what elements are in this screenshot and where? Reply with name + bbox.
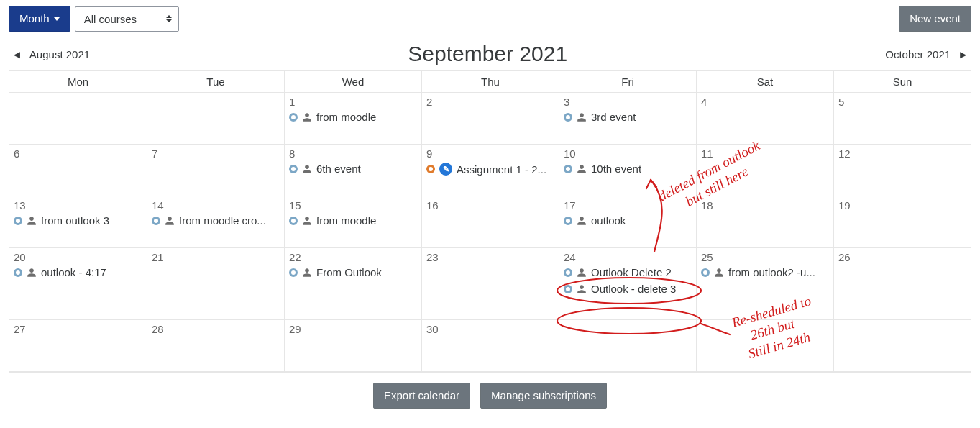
calendar-event[interactable]: 6th event bbox=[289, 163, 417, 175]
date-number: 6 bbox=[14, 147, 142, 160]
calendar-cell[interactable]: 28 bbox=[147, 320, 284, 372]
chevron-right-icon: ► bbox=[958, 48, 968, 60]
day-header: Fri bbox=[559, 70, 696, 93]
calendar-cell[interactable]: 17outlook bbox=[559, 196, 696, 248]
calendar-event[interactable]: 10th event bbox=[564, 163, 692, 175]
event-label: outlook - 4:17 bbox=[41, 266, 106, 278]
date-number: 11 bbox=[701, 147, 829, 160]
user-icon bbox=[577, 216, 587, 226]
day-header: Sat bbox=[696, 70, 833, 93]
new-event-button[interactable]: New event bbox=[899, 6, 971, 32]
calendar-event[interactable]: from outlook 3 bbox=[14, 214, 142, 227]
view-selector-label: Month bbox=[19, 12, 50, 25]
calendar-event[interactable]: ✎Assignment 1 - 2... bbox=[426, 163, 554, 176]
date-number: 2 bbox=[426, 96, 554, 108]
calendar-cell[interactable]: 9✎Assignment 1 - 2... bbox=[421, 145, 559, 196]
event-category-icon bbox=[701, 268, 710, 277]
event-label: 10th event bbox=[591, 163, 641, 175]
calendar-cell[interactable]: 22From Outlook bbox=[284, 248, 421, 320]
calendar-cell[interactable]: 30 bbox=[421, 320, 559, 372]
calendar-cell[interactable]: 5 bbox=[833, 93, 971, 145]
calendar-cell[interactable] bbox=[147, 93, 284, 145]
next-month-link[interactable]: October 2021 ► bbox=[885, 48, 968, 60]
calendar-event[interactable]: outlook - 4:17 bbox=[14, 266, 142, 278]
event-label: 6th event bbox=[316, 163, 361, 175]
calendar-cell[interactable]: 16 bbox=[421, 196, 559, 248]
event-category-icon bbox=[14, 268, 22, 277]
calendar-cell[interactable]: 14from moodle cro... bbox=[147, 196, 284, 248]
calendar-cell[interactable]: 26 bbox=[833, 248, 971, 320]
user-icon bbox=[165, 216, 175, 226]
event-category-icon bbox=[289, 268, 298, 277]
calendar-event[interactable]: from moodle cro... bbox=[152, 214, 280, 227]
course-filter-select[interactable]: All courses bbox=[75, 6, 179, 32]
calendar-cell[interactable]: 24Outlook Delete 2Outlook - delete 3 bbox=[559, 248, 696, 320]
calendar-cell[interactable]: 29 bbox=[284, 320, 421, 372]
top-controls: Month All courses New event bbox=[9, 6, 971, 32]
calendar-cell[interactable]: 11 bbox=[696, 145, 833, 196]
calendar-cell[interactable] bbox=[696, 320, 833, 372]
user-icon bbox=[577, 164, 587, 174]
calendar-cell[interactable]: 21 bbox=[147, 248, 284, 320]
event-category-icon bbox=[426, 165, 435, 173]
calendar-event[interactable]: 3rd event bbox=[564, 111, 692, 123]
calendar-cell[interactable]: 1from moodle bbox=[284, 93, 421, 145]
calendar-title: September 2021 bbox=[408, 42, 567, 66]
calendar-cell[interactable]: 20outlook - 4:17 bbox=[9, 248, 147, 320]
calendar-cell[interactable]: 4 bbox=[696, 93, 833, 145]
calendar-cell[interactable]: 25from outlook2 -u... bbox=[696, 248, 833, 320]
calendar-event[interactable]: Outlook Delete 2 bbox=[564, 266, 692, 278]
calendar-cell[interactable] bbox=[559, 320, 696, 372]
event-category-icon bbox=[289, 217, 298, 225]
calendar-cell[interactable] bbox=[833, 320, 971, 372]
export-calendar-label: Export calendar bbox=[384, 389, 459, 402]
calendar-event[interactable]: from outlook2 -u... bbox=[701, 266, 829, 278]
course-filter-wrap: All courses bbox=[75, 6, 179, 32]
date-number: 19 bbox=[838, 199, 966, 211]
calendar-cell[interactable]: 18 bbox=[696, 196, 833, 248]
date-number: 4 bbox=[701, 96, 829, 108]
calendar-cell[interactable]: 15from moodle bbox=[284, 196, 421, 248]
calendar-cell[interactable]: 6 bbox=[9, 145, 147, 196]
month-nav: ◄ August 2021 September 2021 October 202… bbox=[9, 42, 971, 66]
day-header: Thu bbox=[421, 70, 559, 93]
user-icon bbox=[577, 112, 587, 122]
calendar-event[interactable]: From Outlook bbox=[289, 266, 417, 278]
user-icon bbox=[577, 268, 587, 278]
calendar-cell[interactable]: 2 bbox=[421, 93, 559, 145]
date-number: 12 bbox=[838, 147, 966, 160]
date-number: 3 bbox=[564, 96, 692, 108]
date-number: 29 bbox=[289, 323, 417, 335]
date-number: 7 bbox=[152, 147, 280, 160]
user-icon bbox=[27, 268, 37, 278]
calendar-cell[interactable]: 33rd event bbox=[559, 93, 696, 145]
export-calendar-button[interactable]: Export calendar bbox=[373, 383, 470, 409]
date-number: 27 bbox=[14, 323, 142, 335]
event-category-icon bbox=[289, 113, 298, 122]
day-header: Sun bbox=[833, 70, 971, 93]
manage-subscriptions-button[interactable]: Manage subscriptions bbox=[480, 383, 607, 409]
calendar-cell[interactable] bbox=[9, 93, 147, 145]
calendar-cell[interactable]: 7 bbox=[147, 145, 284, 196]
calendar-cell[interactable]: 12 bbox=[833, 145, 971, 196]
calendar-cell[interactable]: 19 bbox=[833, 196, 971, 248]
date-number: 9 bbox=[426, 147, 554, 160]
calendar-cell[interactable]: 27 bbox=[9, 320, 147, 372]
prev-month-link[interactable]: ◄ August 2021 bbox=[12, 48, 90, 60]
date-number: 28 bbox=[152, 323, 280, 335]
calendar-cell[interactable]: 13from outlook 3 bbox=[9, 196, 147, 248]
date-number: 21 bbox=[152, 251, 280, 263]
calendar-event[interactable]: from moodle bbox=[289, 111, 417, 123]
calendar-cell[interactable]: 1010th event bbox=[559, 145, 696, 196]
date-number: 26 bbox=[838, 251, 966, 263]
calendar-event[interactable]: outlook bbox=[564, 214, 692, 227]
calendar-event[interactable]: Outlook - delete 3 bbox=[564, 283, 692, 295]
view-selector-button[interactable]: Month bbox=[9, 6, 70, 32]
date-number: 14 bbox=[152, 199, 280, 211]
calendar-cell[interactable]: 86th event bbox=[284, 145, 421, 196]
calendar-page: Month All courses New event ◄ August 202… bbox=[0, 0, 980, 420]
calendar-event[interactable]: from moodle bbox=[289, 214, 417, 227]
calendar-cell[interactable]: 23 bbox=[421, 248, 559, 320]
date-number: 30 bbox=[426, 323, 554, 335]
date-number: 25 bbox=[701, 251, 829, 263]
